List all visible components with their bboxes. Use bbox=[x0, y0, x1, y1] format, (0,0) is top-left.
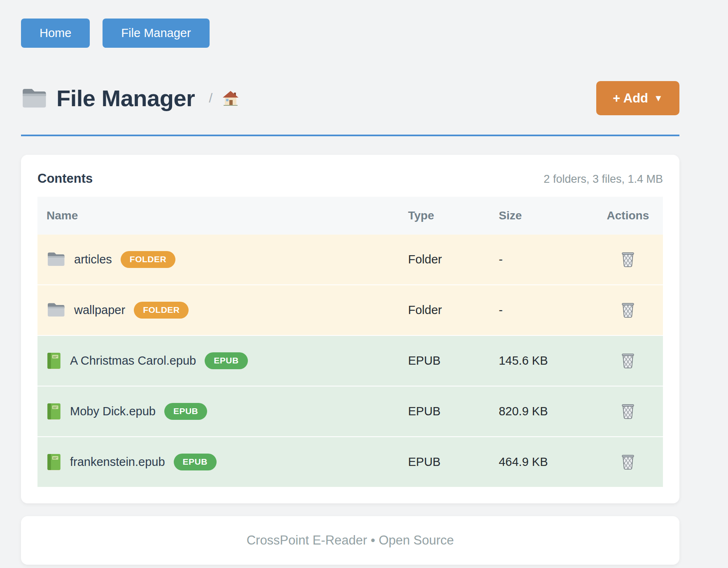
file-table-body: articlesFOLDERFolder-wallpaperFOLDERFold… bbox=[37, 235, 663, 487]
nav-button-file-manager[interactable]: File Manager bbox=[103, 19, 209, 48]
actions-cell bbox=[593, 437, 663, 487]
type-badge: EPUB bbox=[174, 454, 217, 470]
table-row: Moby Dick.epubEPUBEPUB820.9 KB bbox=[37, 386, 663, 437]
type-badge: EPUB bbox=[205, 352, 247, 369]
delete-button[interactable] bbox=[619, 401, 637, 421]
table-row: frankenstein.epubEPUBEPUB464.9 KB bbox=[37, 437, 663, 487]
type-badge: FOLDER bbox=[134, 302, 189, 318]
footer: CrossPoint E-Reader • Open Source bbox=[21, 516, 679, 565]
table-row: articlesFOLDERFolder- bbox=[37, 235, 663, 285]
folder-icon bbox=[47, 302, 65, 318]
type-cell: EPUB bbox=[399, 386, 490, 437]
green-book-icon bbox=[47, 403, 61, 420]
size-cell: - bbox=[490, 235, 593, 285]
actions-cell bbox=[593, 235, 663, 285]
table-row: A Christmas Carol.epubEPUBEPUB145.6 KB bbox=[37, 335, 663, 386]
file-name-link[interactable]: frankenstein.epub bbox=[70, 455, 165, 469]
table-row: wallpaperFOLDERFolder- bbox=[37, 285, 663, 335]
file-name-link[interactable]: wallpaper bbox=[74, 303, 125, 317]
trash-icon bbox=[621, 352, 635, 368]
column-header-type: Type bbox=[399, 197, 490, 235]
column-header-name: Name bbox=[37, 197, 399, 235]
trash-icon bbox=[621, 453, 635, 470]
contents-heading: Contents bbox=[37, 171, 93, 186]
contents-card: Contents 2 folders, 3 files, 1.4 MB Name… bbox=[21, 155, 679, 503]
size-cell: - bbox=[490, 285, 593, 335]
delete-button[interactable] bbox=[619, 452, 637, 471]
delete-button[interactable] bbox=[619, 249, 637, 269]
trash-icon bbox=[621, 403, 635, 419]
file-name-link[interactable]: Moby Dick.epub bbox=[70, 405, 156, 418]
contents-summary: 2 folders, 3 files, 1.4 MB bbox=[544, 173, 663, 186]
size-cell: 145.6 KB bbox=[490, 335, 593, 386]
type-badge: EPUB bbox=[164, 403, 207, 419]
actions-cell bbox=[593, 335, 663, 386]
green-book-icon bbox=[47, 454, 61, 471]
type-cell: Folder bbox=[399, 285, 490, 335]
delete-button[interactable] bbox=[619, 350, 637, 370]
file-name-link[interactable]: A Christmas Carol.epub bbox=[70, 354, 196, 368]
trash-icon bbox=[621, 301, 635, 318]
home-icon bbox=[222, 91, 239, 106]
breadcrumb-separator: / bbox=[209, 91, 212, 106]
page-container: Home File Manager File Manager / bbox=[21, 0, 679, 565]
green-book-icon bbox=[47, 352, 61, 370]
delete-button[interactable] bbox=[619, 300, 637, 319]
folder-icon bbox=[21, 87, 47, 109]
breadcrumb-home-link[interactable] bbox=[222, 91, 239, 106]
actions-cell bbox=[593, 386, 663, 437]
chevron-down-icon: ▼ bbox=[654, 94, 663, 103]
column-header-actions: Actions bbox=[593, 197, 663, 235]
file-name-link[interactable]: articles bbox=[74, 253, 112, 266]
type-cell: Folder bbox=[399, 235, 490, 285]
page-header: File Manager / + Add ▼ bbox=[21, 81, 679, 136]
add-button[interactable]: + Add ▼ bbox=[596, 81, 679, 115]
top-nav: Home File Manager bbox=[21, 19, 679, 48]
actions-cell bbox=[593, 285, 663, 335]
folder-icon bbox=[47, 251, 65, 267]
type-cell: EPUB bbox=[399, 335, 490, 386]
add-button-label: + Add bbox=[613, 91, 648, 106]
type-cell: EPUB bbox=[399, 437, 490, 487]
file-table: Name Type Size Actions articlesFOLDERFol… bbox=[37, 197, 663, 487]
page-title: File Manager bbox=[56, 87, 195, 110]
table-header-row: Name Type Size Actions bbox=[37, 197, 663, 235]
title-wrap: File Manager / bbox=[21, 87, 239, 110]
type-badge: FOLDER bbox=[121, 251, 175, 268]
trash-icon bbox=[621, 251, 635, 267]
size-cell: 820.9 KB bbox=[490, 386, 593, 437]
footer-text: CrossPoint E-Reader • Open Source bbox=[247, 533, 454, 548]
column-header-size: Size bbox=[490, 197, 593, 235]
size-cell: 464.9 KB bbox=[490, 437, 593, 487]
nav-button-home[interactable]: Home bbox=[21, 19, 90, 48]
